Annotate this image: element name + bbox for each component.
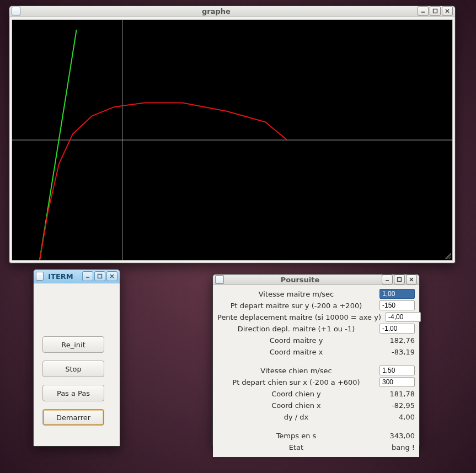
label-coord-maitre-y: Coord maitre y — [217, 336, 375, 345]
demarrer-button[interactable]: Demarrer — [42, 409, 104, 426]
input-vitesse-maitre[interactable] — [379, 289, 415, 299]
poursuite-body: Vitesse maitre m/sec Pt depart maitre su… — [213, 285, 419, 457]
label-direction: Direction depl. maitre (+1 ou -1) — [217, 325, 375, 333]
pas-a-pas-button[interactable]: Pas a Pas — [42, 385, 104, 401]
input-pt-depart-maitre-y[interactable] — [379, 300, 415, 310]
window-poursuite: Poursuite Vitesse maitre m/sec Pt depart… — [212, 274, 420, 447]
value-coord-maitre-x: -83,19 — [379, 348, 415, 356]
value-coord-maitre-y: 182,76 — [379, 336, 415, 345]
minimize-button[interactable] — [82, 271, 93, 281]
label-pente: Pente deplacement maitre (si 10000 = axe… — [217, 313, 381, 321]
close-button[interactable] — [442, 6, 453, 16]
titlebar-poursuite[interactable]: Poursuite — [213, 275, 419, 285]
window-title: graphe — [24, 7, 414, 15]
titlebar-graphe[interactable]: graphe — [9, 6, 455, 17]
window-title: Poursuite — [227, 276, 378, 284]
close-button[interactable] — [406, 275, 417, 284]
label-pt-depart-chien-x: Pt depart chien sur x (-200 a +600) — [217, 378, 375, 386]
label-vitesse-chien: Vitesse chien m/sec — [217, 367, 375, 375]
minimize-button[interactable] — [382, 275, 393, 284]
value-coord-chien-y: 181,78 — [379, 390, 415, 398]
label-temps: Temps en s — [217, 432, 375, 440]
value-temps: 343,00 — [379, 432, 415, 440]
reinit-button[interactable]: Re_init — [42, 336, 104, 353]
label-vitesse-maitre: Vitesse maitre m/sec — [217, 290, 375, 298]
label-coord-chien-x: Coord chien x — [217, 401, 375, 410]
plot-svg — [12, 20, 452, 260]
label-coord-maitre-x: Coord maitre x — [217, 348, 375, 356]
window-graphe: graphe — [9, 6, 456, 264]
value-coord-chien-x: -82,95 — [379, 401, 415, 410]
maximize-button[interactable] — [94, 271, 105, 281]
input-pt-depart-chien-x[interactable] — [379, 377, 415, 387]
stop-button[interactable]: Stop — [42, 361, 104, 377]
value-dydx: 4,00 — [379, 413, 415, 421]
input-pente[interactable] — [386, 312, 421, 322]
label-etat: Etat — [217, 443, 375, 452]
app-icon — [215, 275, 224, 284]
minimize-button[interactable] — [418, 6, 429, 16]
iterm-body: Re_init Stop Pas a Pas Demarrer — [34, 283, 120, 446]
graphe-canvas — [12, 19, 453, 261]
svg-rect-1 — [434, 9, 437, 13]
app-icon — [12, 7, 20, 15]
value-etat: bang ! — [379, 443, 415, 452]
input-vitesse-chien[interactable] — [379, 366, 415, 375]
maximize-button[interactable] — [430, 6, 441, 16]
window-iterm: ITERM Re_init Stop Pas a Pas Demarrer — [33, 269, 120, 447]
app-icon — [36, 272, 44, 281]
svg-rect-8 — [98, 275, 102, 278]
close-button[interactable] — [106, 271, 117, 281]
label-pt-depart-maitre-y: Pt depart maitre sur y (-200 a +200) — [217, 302, 375, 310]
label-dydx: dy / dx — [217, 413, 375, 421]
maximize-button[interactable] — [394, 275, 405, 284]
resize-grip[interactable] — [443, 251, 451, 259]
input-direction[interactable] — [379, 324, 415, 334]
titlebar-iterm[interactable]: ITERM — [34, 270, 120, 283]
svg-rect-12 — [398, 278, 402, 282]
label-coord-chien-y: Coord chien y — [217, 390, 375, 398]
window-title: ITERM — [47, 272, 76, 281]
